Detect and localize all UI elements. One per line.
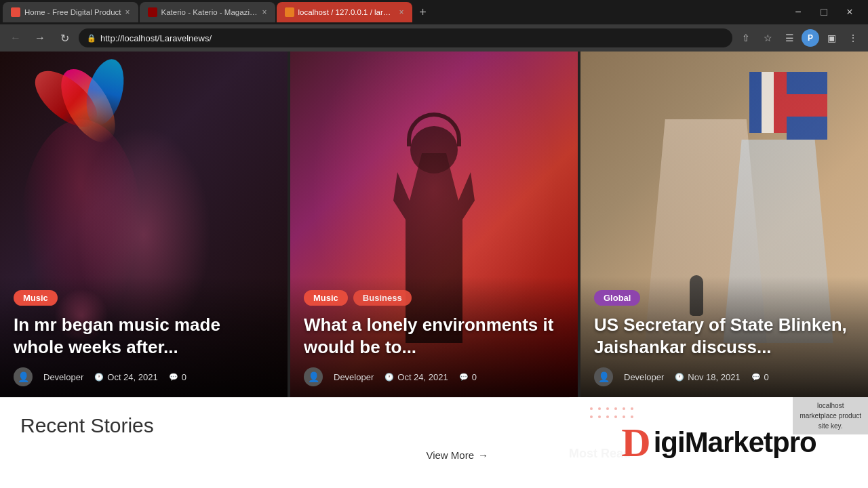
tab-1-close[interactable]: × bbox=[125, 7, 130, 17]
share-button[interactable]: ⇧ bbox=[736, 28, 755, 47]
article-1-title: In mr began music made whole weeks after… bbox=[14, 314, 274, 358]
reading-view-button[interactable]: ☰ bbox=[780, 28, 799, 47]
address-text: http://localhost/Laravelnews/ bbox=[100, 33, 212, 43]
articles-grid: Music In mr began music made whole weeks… bbox=[0, 52, 868, 397]
address-bar[interactable]: 🔒 http://localhost/Laravelnews/ bbox=[79, 28, 732, 47]
clock-icon-2: 🕐 bbox=[384, 373, 394, 382]
profile-button[interactable]: P bbox=[802, 29, 819, 47]
localhost-line1: localhost bbox=[800, 401, 861, 411]
comment-icon-3: 💬 bbox=[751, 373, 761, 382]
extensions-button[interactable]: ▣ bbox=[822, 28, 841, 47]
article-1-comments-item: 💬 0 bbox=[169, 372, 186, 382]
tab-3[interactable]: localhost / 127.0.0.1 / laravelnew... × bbox=[277, 2, 412, 22]
tab-2[interactable]: Katerio - Katerio - Magazine × bbox=[140, 2, 275, 22]
bottom-section: Recent Stories View More → Most Read bbox=[0, 397, 868, 488]
view-more-arrow: → bbox=[478, 449, 488, 461]
article-2-tag-music[interactable]: Music bbox=[304, 290, 348, 306]
article-2-title: What a lonely environments it would be t… bbox=[304, 314, 564, 358]
article-2-meta: 👤 Developer 🕐 Oct 24, 2021 💬 0 bbox=[304, 367, 564, 386]
tab-2-close[interactable]: × bbox=[262, 7, 267, 17]
page-content: Music In mr began music made whole weeks… bbox=[0, 52, 868, 488]
article-3-comments: 0 bbox=[764, 372, 769, 382]
lock-icon: 🔒 bbox=[87, 34, 96, 43]
watermark-bg: D igiMarketpro localhost marketplace pro… bbox=[570, 397, 868, 488]
article-2-overlay: Music Business What a lonely environment… bbox=[290, 277, 578, 397]
tab-2-title: Katerio - Katerio - Magazine bbox=[161, 8, 258, 16]
article-1-date: Oct 24, 2021 bbox=[107, 372, 157, 382]
digi-brand-name: igiMarketpro bbox=[654, 426, 816, 459]
back-button[interactable]: ← bbox=[5, 28, 26, 48]
comment-icon-1: 💬 bbox=[169, 373, 178, 382]
tab-3-close[interactable]: × bbox=[399, 7, 404, 17]
article-3-author: Developer bbox=[624, 372, 664, 382]
window-maximize[interactable]: □ bbox=[814, 2, 834, 22]
tab-2-favicon bbox=[148, 7, 157, 17]
tab-3-favicon bbox=[285, 7, 294, 17]
forward-button[interactable]: → bbox=[30, 28, 50, 48]
article-2-comments: 0 bbox=[472, 372, 477, 382]
more-button[interactable]: ⋮ bbox=[844, 28, 863, 47]
article-2-comments-item: 💬 0 bbox=[459, 372, 477, 382]
article-3-comments-item: 💬 0 bbox=[751, 372, 769, 382]
article-2-date-item: 🕐 Oct 24, 2021 bbox=[384, 372, 448, 382]
window-close[interactable]: × bbox=[840, 2, 860, 22]
article-1-author: Developer bbox=[43, 372, 83, 382]
article-3-title: US Secretary of State Blinken, Jaishanka… bbox=[594, 314, 854, 358]
article-2-date: Oct 24, 2021 bbox=[397, 372, 448, 382]
bookmark-button[interactable]: ☆ bbox=[758, 28, 777, 47]
nav-bar: ← → ↻ 🔒 http://localhost/Laravelnews/ ⇧ … bbox=[0, 24, 868, 52]
digi-logo: D igiMarketpro bbox=[621, 422, 816, 463]
watermark-overlay: D igiMarketpro localhost marketplace pro… bbox=[570, 397, 868, 488]
article-2-author: Developer bbox=[334, 372, 374, 382]
refresh-button[interactable]: ↻ bbox=[54, 28, 75, 48]
article-3-meta: 👤 Developer 🕐 Nov 18, 2021 💬 0 bbox=[594, 367, 854, 386]
localhost-badge: localhost marketplace product site key. bbox=[793, 397, 868, 434]
window-minimize[interactable]: − bbox=[788, 2, 808, 22]
article-3-tags: Global bbox=[594, 290, 854, 306]
article-1-overlay: Music In mr began music made whole weeks… bbox=[0, 277, 288, 397]
article-1-tags: Music bbox=[14, 290, 274, 306]
clock-icon-3: 🕐 bbox=[675, 373, 684, 382]
clock-icon-1: 🕐 bbox=[94, 373, 104, 382]
article-card-3[interactable]: Global US Secretary of State Blinken, Ja… bbox=[580, 52, 868, 397]
article-1-tag-music[interactable]: Music bbox=[14, 290, 58, 306]
article-3-avatar: 👤 bbox=[594, 367, 613, 386]
article-1-meta: 👤 Developer 🕐 Oct 24, 2021 💬 0 bbox=[14, 367, 274, 386]
comment-icon-2: 💬 bbox=[459, 373, 469, 382]
tab-1-title: Home - Free Digital Product bbox=[24, 8, 121, 16]
browser-chrome: Home - Free Digital Product × Katerio - … bbox=[0, 0, 868, 52]
tab-1[interactable]: Home - Free Digital Product × bbox=[3, 2, 138, 22]
article-3-date-item: 🕐 Nov 18, 2021 bbox=[675, 372, 740, 382]
nav-actions: ⇧ ☆ ☰ P ▣ ⋮ bbox=[736, 28, 863, 47]
article-1-avatar: 👤 bbox=[14, 367, 33, 386]
article-3-overlay: Global US Secretary of State Blinken, Ja… bbox=[580, 277, 868, 397]
article-1-comments: 0 bbox=[182, 372, 186, 382]
tab-3-title: localhost / 127.0.0.1 / laravelnew... bbox=[298, 8, 395, 16]
localhost-line3: site key. bbox=[800, 421, 861, 431]
article-card-2[interactable]: Music Business What a lonely environment… bbox=[290, 52, 578, 397]
article-2-tags: Music Business bbox=[304, 290, 564, 306]
tab-bar: Home - Free Digital Product × Katerio - … bbox=[0, 0, 868, 24]
view-more-button[interactable]: View More → bbox=[426, 449, 488, 461]
tab-1-favicon bbox=[11, 7, 20, 17]
article-card-1[interactable]: Music In mr began music made whole weeks… bbox=[0, 52, 288, 397]
new-tab-button[interactable]: + bbox=[414, 3, 433, 22]
view-more-label: View More bbox=[426, 449, 474, 461]
localhost-line2: marketplace product bbox=[800, 411, 861, 421]
article-3-date: Nov 18, 2021 bbox=[688, 372, 740, 382]
article-3-tag-global[interactable]: Global bbox=[594, 290, 640, 306]
article-1-date-item: 🕐 Oct 24, 2021 bbox=[94, 372, 157, 382]
article-2-avatar: 👤 bbox=[304, 367, 323, 386]
article-2-tag-business[interactable]: Business bbox=[353, 290, 412, 306]
